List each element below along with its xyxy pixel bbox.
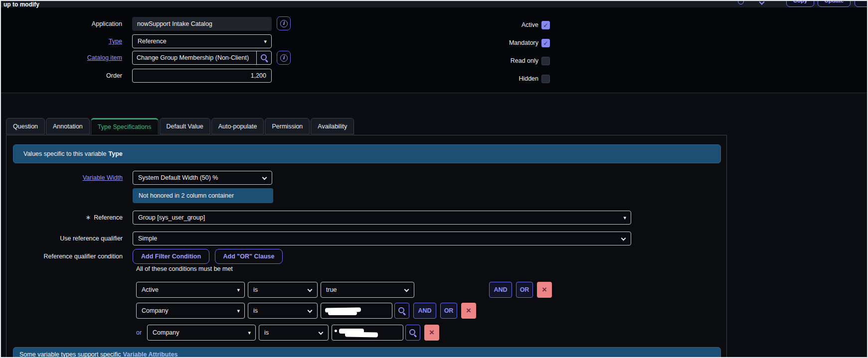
caret-down-icon: ▾ bbox=[237, 282, 240, 297]
hidden-label: Hidden bbox=[400, 75, 538, 83]
application-label: Application bbox=[1, 17, 127, 31]
or-button[interactable]: OR bbox=[516, 282, 533, 298]
servicenow-variable-form-window: up to modify Copy Update Application now… bbox=[0, 0, 868, 358]
caret-down-icon: ▾ bbox=[248, 325, 251, 340]
info-icon: i bbox=[280, 54, 288, 62]
tab-permission[interactable]: Permission bbox=[265, 118, 310, 134]
record-title: up to modify bbox=[3, 1, 39, 8]
order-field[interactable]: 1,200 bbox=[132, 69, 272, 83]
condition-operator-value: is bbox=[253, 286, 258, 293]
condition-field-value: Active bbox=[142, 286, 159, 293]
or-prefix-label: or bbox=[136, 325, 142, 341]
condition-operator-select[interactable]: is bbox=[259, 325, 329, 341]
chevron-down-icon bbox=[308, 287, 313, 292]
condition-field-value: Company bbox=[142, 307, 169, 314]
partial-button[interactable] bbox=[855, 0, 868, 7]
order-value: 1,200 bbox=[251, 72, 266, 79]
tab-auto-populate[interactable]: Auto-populate bbox=[211, 118, 264, 134]
variable-width-label-link[interactable]: Variable Width bbox=[6, 171, 128, 185]
catalog-item-label-link[interactable]: Catalog item bbox=[1, 51, 127, 65]
tab-availability[interactable]: Availability bbox=[311, 118, 354, 134]
condition-operator-value: is bbox=[253, 307, 258, 314]
reference-lookup-button[interactable] bbox=[405, 325, 420, 341]
order-label: Order bbox=[1, 69, 127, 83]
or-button[interactable]: OR bbox=[440, 303, 457, 319]
redacted-value bbox=[345, 332, 378, 337]
condition-operator-value: is bbox=[264, 329, 269, 336]
active-checkbox[interactable]: ✓ bbox=[541, 21, 550, 29]
chevron-down-icon bbox=[262, 175, 267, 180]
reference-qualifier-condition-label: Reference qualifier condition bbox=[6, 249, 128, 263]
condition-value-input[interactable] bbox=[321, 303, 392, 319]
condition-buttons: Add Filter Condition Add "OR" Clause bbox=[133, 249, 286, 264]
close-icon: × bbox=[429, 328, 434, 338]
tab-annotation[interactable]: Annotation bbox=[46, 118, 90, 134]
close-icon: × bbox=[466, 306, 471, 316]
use-reference-qualifier-select[interactable]: Simple bbox=[133, 232, 631, 245]
redacted-value bbox=[328, 311, 357, 315]
condition-field-select[interactable]: Company ▾ bbox=[147, 325, 256, 341]
reference-lookup-button[interactable] bbox=[394, 303, 409, 319]
banner-bold-text: Type bbox=[109, 150, 123, 157]
condition-field-select[interactable]: Active ▾ bbox=[136, 282, 245, 298]
read-only-label: Read only bbox=[400, 57, 538, 65]
reference-value: Group [sys_user_group] bbox=[138, 214, 205, 221]
update-button[interactable]: Update bbox=[818, 0, 851, 7]
copy-button[interactable]: Copy bbox=[786, 0, 814, 7]
use-reference-qualifier-label: Use reference qualifier bbox=[6, 232, 128, 245]
type-select[interactable]: Reference ▾ bbox=[132, 34, 272, 48]
condition-row: Active ▾ is true AND OR × bbox=[136, 282, 585, 298]
condition-field-select[interactable]: Company ▾ bbox=[136, 303, 245, 319]
variable-attributes-banner: Some variable types support specificVari… bbox=[13, 347, 721, 358]
catalog-item-value[interactable]: Change Group Membership (Non-Client) bbox=[133, 51, 256, 64]
condition-value-select[interactable]: true bbox=[321, 282, 414, 298]
application-info-button[interactable]: i bbox=[277, 16, 291, 30]
application-field: nowSupport Intake Catalog bbox=[132, 17, 272, 31]
active-label: Active bbox=[400, 21, 538, 29]
add-filter-condition-button[interactable]: Add Filter Condition bbox=[133, 249, 209, 264]
toolbar-icon-fragment[interactable] bbox=[738, 0, 744, 4]
variable-width-select[interactable]: System Default Width (50) % bbox=[133, 171, 272, 185]
read-only-checkbox[interactable]: ✓ bbox=[541, 57, 550, 65]
condition-operator-select[interactable]: is bbox=[248, 303, 318, 319]
tab-bar: Question Annotation Type Specifications … bbox=[6, 118, 355, 134]
add-or-clause-button[interactable]: Add "OR" Clause bbox=[215, 249, 283, 264]
delete-condition-button[interactable]: × bbox=[537, 282, 552, 298]
caret-down-icon: ▾ bbox=[237, 303, 240, 318]
condition-row-or: or Company ▾ is × bbox=[136, 325, 585, 341]
conditions-note: All of these conditions must be met bbox=[136, 265, 233, 272]
mandatory-asterisk-icon: ∗ bbox=[85, 214, 91, 221]
caret-down-icon: ▾ bbox=[623, 211, 626, 224]
condition-operator-select[interactable]: is bbox=[248, 282, 318, 298]
condition-row: Company ▾ is AND OR × bbox=[136, 303, 585, 319]
reference-label: ∗Reference bbox=[6, 211, 128, 225]
use-reference-qualifier-value: Simple bbox=[138, 235, 157, 242]
tab-type-specifications[interactable]: Type Specifications bbox=[91, 118, 159, 135]
and-button[interactable]: AND bbox=[413, 303, 436, 319]
mandatory-label: Mandatory bbox=[400, 39, 538, 47]
info-icon: i bbox=[280, 20, 288, 27]
width-note: Not honored in 2 column container bbox=[133, 188, 273, 203]
delete-condition-button[interactable]: × bbox=[461, 303, 476, 319]
caret-down-icon: ▾ bbox=[264, 35, 267, 48]
redacted-value bbox=[335, 330, 337, 332]
catalog-item-search-button[interactable] bbox=[256, 51, 271, 64]
reference-select[interactable]: Group [sys_user_group] ▾ bbox=[133, 211, 631, 225]
chevron-down-icon bbox=[319, 330, 324, 335]
delete-condition-button[interactable]: × bbox=[424, 325, 439, 341]
search-icon bbox=[398, 307, 406, 315]
mandatory-checkbox[interactable]: ✓ bbox=[541, 39, 550, 47]
and-button[interactable]: AND bbox=[489, 282, 512, 298]
condition-field-value: Company bbox=[153, 329, 179, 336]
catalog-item-info-button[interactable]: i bbox=[277, 51, 291, 65]
bottom-banner-text: Some variable types support specific bbox=[19, 351, 121, 358]
banner-text: Values specific to this variable bbox=[23, 150, 107, 157]
tab-default-value[interactable]: Default Value bbox=[160, 118, 210, 134]
catalog-item-lookup: Change Group Membership (Non-Client) bbox=[132, 51, 272, 65]
chevron-down-icon[interactable] bbox=[759, 0, 764, 5]
condition-value-input[interactable] bbox=[332, 325, 403, 341]
hidden-checkbox[interactable]: ✓ bbox=[541, 75, 550, 83]
tab-question[interactable]: Question bbox=[6, 118, 45, 134]
variable-attributes-link[interactable]: Variable Attributes bbox=[123, 351, 178, 358]
type-label-link[interactable]: Type bbox=[1, 34, 127, 48]
